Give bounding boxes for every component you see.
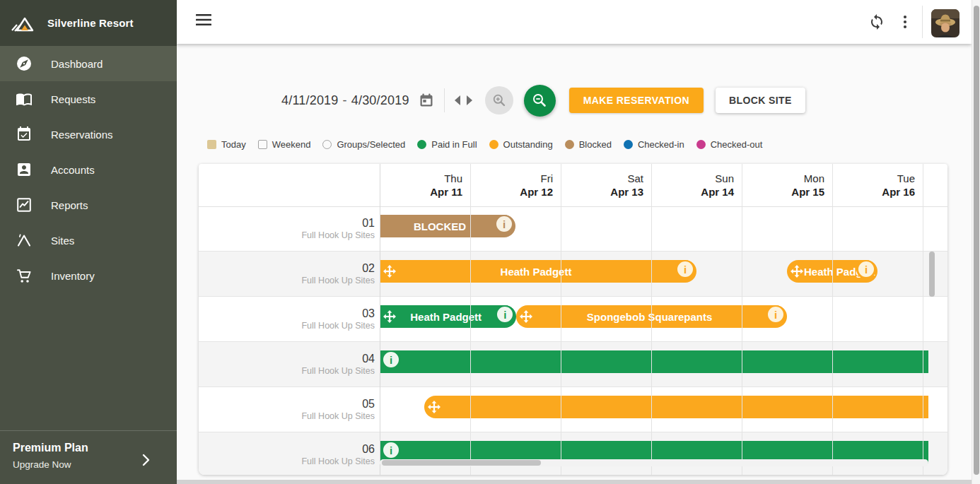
date-range-display[interactable]: 4/11/2019-4/30/2019 xyxy=(281,93,409,108)
sidebar-nav: DashboardRequestsReservationsAccountsRep… xyxy=(0,46,177,293)
legend-swatch xyxy=(624,140,633,149)
day-header-apr-15[interactable]: MonApr 15 xyxy=(742,164,832,206)
date-range-start: 4/11/2019 xyxy=(281,93,339,107)
legend-label: Groups/Selected xyxy=(337,139,405,150)
legend-swatch xyxy=(417,140,426,149)
topbar-divider xyxy=(922,6,923,38)
legend-label: Blocked xyxy=(579,139,612,150)
zoom-in-button[interactable] xyxy=(485,86,513,114)
day-of-week: Sat xyxy=(627,172,643,185)
legend-item: Blocked xyxy=(565,139,612,150)
grid-line xyxy=(832,164,833,475)
legend-swatch xyxy=(322,140,332,149)
info-icon[interactable]: i xyxy=(494,215,514,234)
day-header-apr-14[interactable]: SunApr 14 xyxy=(651,164,742,206)
day-date: Apr 15 xyxy=(791,185,824,199)
legend-item: Weekend xyxy=(258,139,311,150)
reservation-bar-heath-padgett[interactable]: Heath Padgetti xyxy=(380,305,516,328)
plan-upgrade-link[interactable]: Upgrade Now xyxy=(13,459,164,470)
more-options-icon[interactable] xyxy=(897,13,914,30)
refresh-icon[interactable] xyxy=(868,13,885,30)
legend-item: Today xyxy=(207,139,246,150)
reservation-bar[interactable]: i xyxy=(380,350,928,373)
plan-title: Premium Plan xyxy=(13,442,164,454)
info-icon[interactable]: i xyxy=(381,441,401,460)
day-of-week: Mon xyxy=(804,172,824,185)
day-of-week: Sun xyxy=(715,172,734,185)
chart-icon xyxy=(16,196,33,213)
next-dates-arrow[interactable] xyxy=(467,95,472,105)
day-of-week: Fri xyxy=(541,172,554,185)
make-reservation-button[interactable]: MAKE RESERVATION xyxy=(569,88,704,113)
sidebar-item-label: Accounts xyxy=(51,164,95,176)
reservation-bar[interactable] xyxy=(424,396,928,418)
grid-vertical-scrollbar[interactable] xyxy=(929,252,935,297)
legend-swatch xyxy=(696,140,706,149)
sidebar-item-reports[interactable]: Reports xyxy=(0,187,177,223)
sidebar-item-label: Dashboard xyxy=(51,58,103,70)
sidebar-item-label: Inventory xyxy=(51,270,95,282)
reservation-bar-blocked[interactable]: BLOCKEDi xyxy=(380,215,515,237)
day-date: Apr 12 xyxy=(520,185,553,199)
info-icon[interactable]: i xyxy=(495,305,515,324)
sidebar-item-inventory[interactable]: Inventory xyxy=(0,258,177,293)
move-handle-icon[interactable] xyxy=(520,310,532,323)
info-icon[interactable]: i xyxy=(856,260,876,279)
user-avatar[interactable] xyxy=(931,9,959,37)
zoom-in-icon xyxy=(491,93,507,108)
schedule-toolbar: 4/11/2019-4/30/2019 MAKE RESERVATION BLO… xyxy=(281,83,805,117)
day-date: Apr 11 xyxy=(430,185,462,199)
sidebar: Silverline Resort DashboardRequestsReser… xyxy=(0,0,177,484)
info-icon[interactable]: i xyxy=(766,305,786,324)
reservation-bar-heath-padgett[interactable]: Heath Padgetti xyxy=(380,260,696,283)
schedule-grid: ThuApr 11FriApr 12SatApr 13SunApr 14MonA… xyxy=(199,164,947,475)
move-handle-icon[interactable] xyxy=(428,401,441,413)
day-of-week: Thu xyxy=(444,172,462,185)
sidebar-item-requests[interactable]: Requests xyxy=(0,81,177,117)
chevron-right-icon[interactable] xyxy=(142,454,150,469)
sidebar-item-reservations[interactable]: Reservations xyxy=(0,117,177,152)
plan-upgrade-panel[interactable]: Premium Plan Upgrade Now xyxy=(0,430,177,484)
day-header-apr-12[interactable]: FriApr 12 xyxy=(470,164,561,206)
legend-item: Paid in Full xyxy=(417,139,477,150)
grid-line xyxy=(470,164,471,475)
status-legend: TodayWeekendGroups/SelectedPaid in FullO… xyxy=(207,139,762,150)
zoom-out-button[interactable] xyxy=(524,85,556,117)
calendar-icon[interactable] xyxy=(419,93,434,108)
app-logo[interactable]: Silverline Resort xyxy=(0,0,177,46)
reservation-bars-layer: BLOCKEDiHeath PadgettiHeath PadgettiHeat… xyxy=(199,206,947,475)
block-site-button[interactable]: BLOCK SITE xyxy=(716,88,805,113)
page-vertical-scrollbar[interactable] xyxy=(972,0,980,484)
sidebar-item-sites[interactable]: Sites xyxy=(0,223,177,258)
legend-swatch xyxy=(207,140,216,149)
sidebar-item-dashboard[interactable]: Dashboard xyxy=(0,46,177,81)
reservation-label: Heath Padgett xyxy=(484,266,593,278)
move-handle-icon[interactable] xyxy=(383,265,396,278)
day-header-apr-13[interactable]: SatApr 13 xyxy=(561,164,651,206)
info-icon[interactable]: i xyxy=(675,260,695,279)
legend-label: Checked-in xyxy=(638,139,684,150)
move-handle-icon[interactable] xyxy=(791,265,803,278)
sidebar-item-accounts[interactable]: Accounts xyxy=(0,152,177,187)
page-vertical-scrollbar-thumb[interactable] xyxy=(974,6,979,475)
menu-icon[interactable] xyxy=(196,14,211,28)
reservation-dashboard-page: Silverline Resort DashboardRequestsReser… xyxy=(0,0,980,484)
legend-swatch xyxy=(565,140,574,149)
day-header-apr-11[interactable]: ThuApr 11 xyxy=(380,164,470,206)
toolbar-divider xyxy=(444,88,445,112)
grid-horizontal-scrollbar[interactable] xyxy=(382,460,541,466)
legend-item: Checked-in xyxy=(624,139,684,150)
day-date: Apr 16 xyxy=(882,185,915,199)
previous-dates-arrow[interactable] xyxy=(455,95,460,105)
legend-item: Outstanding xyxy=(489,139,553,150)
move-handle-icon[interactable] xyxy=(383,310,396,323)
legend-item: Checked-out xyxy=(696,139,763,150)
compass-icon xyxy=(16,55,33,72)
date-range-end: 4/30/2019 xyxy=(351,93,409,107)
sidebar-item-label: Reservations xyxy=(51,129,113,141)
day-header-apr-16[interactable]: TueApr 16 xyxy=(832,164,923,206)
sidebar-item-label: Reports xyxy=(51,199,88,211)
zoom-out-icon xyxy=(531,92,548,109)
page-horizontal-scrollbar[interactable] xyxy=(177,480,972,484)
info-icon[interactable]: i xyxy=(381,350,401,370)
